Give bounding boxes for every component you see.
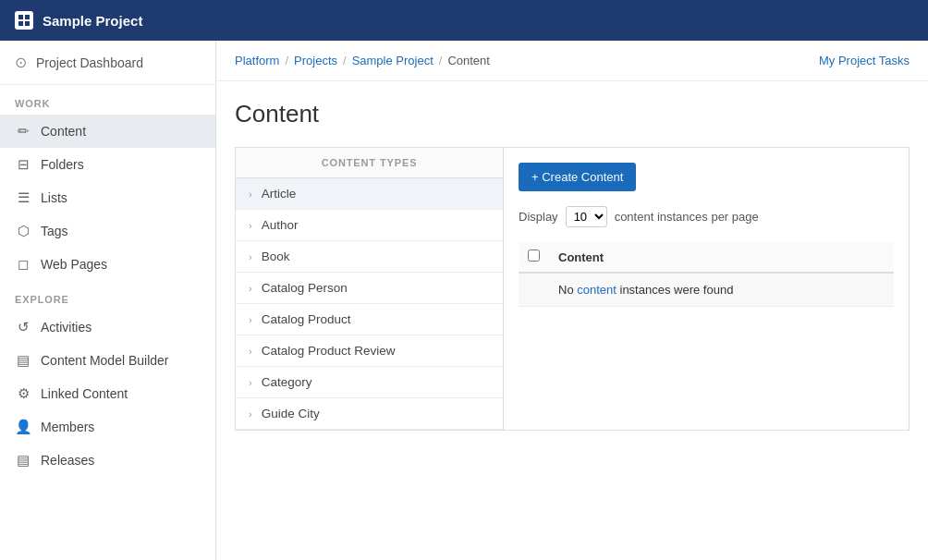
content-area: CONTENT TYPES › Article › Author › Book: [235, 147, 910, 431]
sidebar-label-tags: Tags: [41, 224, 68, 238]
content-type-category[interactable]: › Category: [236, 367, 503, 398]
folders-icon: ⊟: [15, 156, 31, 173]
sidebar-item-releases[interactable]: ▤ Releases: [0, 444, 215, 477]
content-type-label-catalog-product: Catalog Product: [262, 312, 351, 326]
svg-rect-0: [18, 15, 23, 19]
content-type-catalog-product[interactable]: › Catalog Product: [236, 304, 503, 335]
sidebar-label-folders: Folders: [41, 157, 84, 172]
content-icon: ✏: [15, 123, 31, 140]
display-suffix: content instances per page: [615, 210, 759, 224]
chevron-icon-catalog-product-review: ›: [249, 346, 252, 357]
content-types-panel: CONTENT TYPES › Article › Author › Book: [235, 147, 503, 431]
svg-rect-1: [25, 15, 30, 19]
th-content: Content: [549, 242, 894, 273]
members-icon: 👤: [15, 419, 31, 435]
sidebar-label-linked-content: Linked Content: [41, 386, 128, 401]
content-types-header: CONTENT TYPES: [236, 148, 503, 178]
content-type-label-catalog-person: Catalog Person: [262, 281, 348, 295]
sidebar-label-releases: Releases: [41, 453, 94, 468]
create-content-button[interactable]: + Create Content: [519, 163, 636, 191]
content-type-catalog-product-review[interactable]: › Catalog Product Review: [236, 335, 503, 367]
sidebar: ⊙ Project Dashboard WORK ✏ Content ⊟ Fol…: [0, 41, 216, 560]
my-project-tasks-link[interactable]: My Project Tasks: [819, 54, 910, 67]
chevron-icon-book: ›: [249, 251, 252, 262]
content-type-label-author: Author: [262, 218, 299, 232]
breadcrumb: Platform / Projects / Sample Project / C…: [235, 54, 490, 67]
th-checkbox: [519, 242, 549, 273]
content-type-book[interactable]: › Book: [236, 241, 503, 273]
display-row: Display 10 25 50 content instances per p…: [519, 206, 894, 227]
svg-rect-2: [18, 21, 23, 26]
content-type-label-book: Book: [262, 250, 290, 263]
releases-icon: ▤: [15, 452, 31, 469]
sidebar-item-tags[interactable]: ⬡ Tags: [0, 214, 215, 248]
display-label: Display: [519, 210, 558, 224]
sidebar-item-linked-content[interactable]: ⚙ Linked Content: [0, 377, 215, 410]
work-section-label: WORK: [0, 85, 215, 115]
breadcrumb-projects[interactable]: Projects: [294, 54, 337, 67]
content-type-label-guide-city: Guide City: [262, 407, 320, 420]
breadcrumb-sep-2: /: [343, 54, 347, 67]
display-per-page-select[interactable]: 10 25 50: [566, 206, 607, 227]
sidebar-item-content[interactable]: ✏ Content: [0, 115, 215, 148]
sidebar-label-activities: Activities: [41, 320, 92, 335]
main-content: Platform / Projects / Sample Project / C…: [216, 41, 928, 560]
chevron-icon-author: ›: [249, 220, 252, 231]
breadcrumb-sep-1: /: [285, 54, 288, 67]
breadcrumb-content: Content: [447, 54, 490, 67]
lists-icon: ☰: [15, 189, 31, 206]
sidebar-label-content-model-builder: Content Model Builder: [41, 353, 169, 368]
chevron-icon-catalog-product: ›: [249, 314, 252, 325]
chevron-icon-article: ›: [249, 189, 252, 200]
breadcrumb-platform[interactable]: Platform: [235, 54, 279, 67]
tags-icon: ⬡: [15, 223, 31, 239]
sidebar-item-lists[interactable]: ☰ Lists: [0, 181, 215, 214]
sidebar-label-lists: Lists: [41, 190, 67, 205]
right-panel: + Create Content Display 10 25 50 conten…: [503, 147, 910, 431]
select-all-checkbox[interactable]: [528, 250, 540, 262]
content-table: Content No content instances were found: [519, 242, 894, 307]
no-content-row: No content instances were found: [519, 273, 894, 307]
svg-rect-3: [25, 21, 30, 26]
content-type-guide-city[interactable]: › Guide City: [236, 398, 503, 430]
breadcrumb-sample-project[interactable]: Sample Project: [352, 54, 433, 67]
activities-icon: ↺: [15, 319, 31, 335]
sidebar-item-webpages[interactable]: ◻ Web Pages: [0, 248, 215, 281]
no-content-message: No content instances were found: [549, 273, 894, 307]
linked-content-icon: ⚙: [15, 385, 31, 402]
chevron-icon-guide-city: ›: [249, 408, 252, 420]
sidebar-label-members: Members: [41, 420, 94, 434]
sidebar-item-project-dashboard[interactable]: ⊙ Project Dashboard: [0, 41, 215, 85]
chevron-icon-category: ›: [249, 377, 252, 388]
sidebar-label-webpages: Web Pages: [41, 257, 107, 272]
content-model-builder-icon: ▤: [15, 352, 31, 369]
project-icon: [15, 11, 33, 30]
sidebar-label-content: Content: [41, 124, 86, 139]
explore-section-label: EXPLORE: [0, 281, 215, 310]
main-body: Content CONTENT TYPES › Article › Author…: [216, 81, 928, 449]
content-type-article[interactable]: › Article: [236, 178, 503, 210]
sidebar-item-content-model-builder[interactable]: ▤ Content Model Builder: [0, 344, 215, 377]
content-type-label-category: Category: [262, 375, 312, 389]
content-type-label-catalog-product-review: Catalog Product Review: [262, 344, 396, 358]
breadcrumb-sep-3: /: [439, 54, 443, 67]
sidebar-item-activities[interactable]: ↺ Activities: [0, 310, 215, 344]
breadcrumb-bar: Platform / Projects / Sample Project / C…: [216, 41, 928, 81]
dashboard-icon: ⊙: [15, 54, 27, 71]
content-type-label-article: Article: [262, 187, 297, 201]
app-title: Sample Project: [43, 13, 142, 29]
webpages-icon: ◻: [15, 256, 31, 273]
chevron-icon-catalog-person: ›: [249, 283, 252, 294]
page-title: Content: [235, 100, 910, 128]
sidebar-item-folders[interactable]: ⊟ Folders: [0, 148, 215, 181]
content-type-author[interactable]: › Author: [236, 210, 503, 241]
sidebar-item-members[interactable]: 👤 Members: [0, 410, 215, 444]
no-content-cell-empty: [519, 273, 549, 307]
content-type-catalog-person[interactable]: › Catalog Person: [236, 273, 503, 304]
project-dashboard-label: Project Dashboard: [36, 55, 143, 70]
top-bar: Sample Project: [0, 0, 928, 41]
